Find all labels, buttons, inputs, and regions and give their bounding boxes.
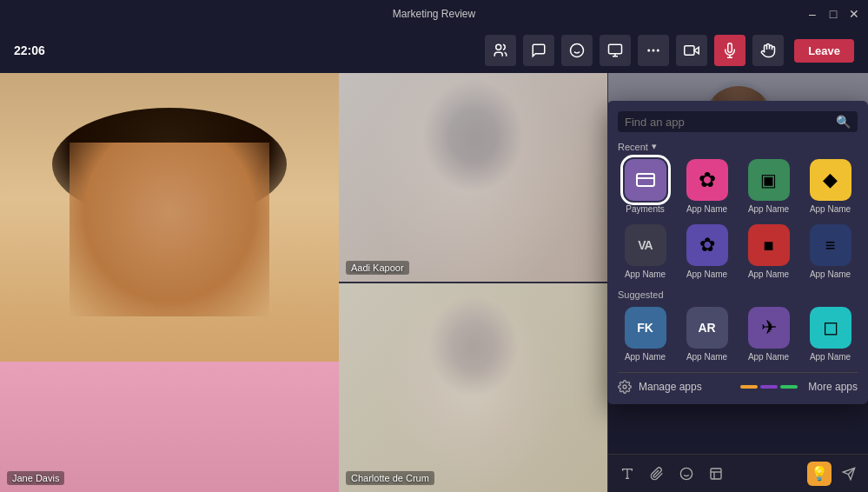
emoji-icon bbox=[679, 467, 693, 481]
app-item-paper[interactable]: ✈ App Name bbox=[741, 307, 796, 362]
app-item-row2-3[interactable]: ■ App Name bbox=[741, 224, 796, 279]
manage-apps-row[interactable]: Manage apps More apps bbox=[618, 372, 858, 394]
svg-point-0 bbox=[496, 44, 501, 50]
mic-icon bbox=[722, 43, 738, 58]
app-item-payments[interactable]: Payments bbox=[618, 159, 673, 214]
share-icon-button[interactable] bbox=[600, 35, 631, 66]
chat-bottom-bar: 💡 bbox=[608, 454, 868, 492]
app-emoji-icon[interactable]: 💡 bbox=[807, 462, 832, 486]
share-icon bbox=[607, 43, 623, 58]
manage-apps-label: Manage apps bbox=[639, 381, 702, 393]
app-icon-green: ▣ bbox=[748, 159, 790, 201]
jane-video-feed bbox=[0, 73, 339, 492]
search-icon: 🔍 bbox=[836, 115, 851, 129]
suggested-label-text: Suggested bbox=[618, 289, 664, 300]
video-charlotte: Charlotte de Crum bbox=[339, 283, 607, 492]
sticker-button[interactable] bbox=[704, 462, 728, 486]
app-icon-blue-purple: ✿ bbox=[686, 224, 728, 266]
format-text-button[interactable] bbox=[615, 462, 639, 486]
close-button[interactable]: ✕ bbox=[847, 7, 861, 21]
app-picker-panel: 🔍 Recent ▾ Payments ✿ bbox=[607, 101, 868, 404]
raise-hand-button[interactable] bbox=[752, 35, 784, 66]
recent-section-label: Recent ▾ bbox=[618, 141, 858, 152]
bar-orange bbox=[740, 385, 758, 389]
app-item-recent-4[interactable]: ◆ App Name bbox=[803, 159, 858, 214]
camera-icon bbox=[684, 43, 699, 58]
reactions-icon bbox=[569, 43, 585, 58]
video-aadi: Aadi Kapoor bbox=[339, 73, 607, 282]
app-label-3: App Name bbox=[748, 204, 789, 214]
emoji-button[interactable] bbox=[674, 462, 699, 486]
attach-icon bbox=[650, 467, 664, 481]
more-icon bbox=[646, 43, 661, 58]
title-bar: Marketing Review – □ ✕ bbox=[0, 0, 868, 28]
svg-point-9 bbox=[657, 50, 659, 52]
recent-label-text: Recent bbox=[618, 142, 648, 152]
svg-rect-13 bbox=[637, 174, 654, 186]
app-icon-fk: FK bbox=[625, 307, 666, 349]
suggested-apps-grid: FK App Name AR App Name ✈ App Name ◻ App… bbox=[618, 307, 858, 362]
minimize-button[interactable]: – bbox=[805, 7, 819, 21]
charlotte-video-feed bbox=[339, 283, 607, 492]
app-item-va[interactable]: VA App Name bbox=[618, 224, 673, 279]
app-item-recent-3[interactable]: ▣ App Name bbox=[741, 159, 796, 214]
chat-icon-button[interactable] bbox=[523, 35, 554, 66]
recent-apps-grid: Payments ✿ App Name ▣ App Name ◆ App Nam… bbox=[618, 159, 858, 214]
app-label-cyan: App Name bbox=[810, 352, 851, 362]
app-item-fk[interactable]: FK App Name bbox=[618, 307, 673, 362]
mic-button[interactable] bbox=[714, 35, 745, 66]
window-controls: – □ ✕ bbox=[805, 7, 861, 21]
payments-label: Payments bbox=[626, 204, 664, 214]
app-item-cyan[interactable]: ◻ App Name bbox=[803, 307, 858, 362]
camera-button[interactable] bbox=[676, 35, 707, 66]
svg-point-16 bbox=[680, 468, 692, 479]
app-label-row2-3: App Name bbox=[748, 269, 789, 279]
svg-point-8 bbox=[653, 50, 655, 52]
app-label-2: App Name bbox=[686, 204, 727, 214]
more-apps-label[interactable]: More apps bbox=[808, 381, 858, 393]
time-display: 22:06 bbox=[14, 43, 49, 57]
people-icon-button[interactable] bbox=[485, 35, 516, 66]
raise-hand-icon bbox=[760, 43, 776, 58]
app-icon-paper: ✈ bbox=[748, 307, 790, 349]
app-icon-red: ■ bbox=[748, 224, 790, 266]
chat-icon bbox=[531, 43, 547, 58]
send-button[interactable] bbox=[837, 462, 861, 486]
recent-chevron-icon: ▾ bbox=[652, 141, 657, 152]
reactions-icon-button[interactable] bbox=[561, 35, 593, 66]
toolbar-icons bbox=[485, 35, 784, 66]
app-search-input[interactable] bbox=[625, 116, 836, 129]
payments-svg bbox=[635, 170, 656, 190]
maximize-button[interactable]: □ bbox=[826, 7, 840, 21]
suggested-section-label: Suggested bbox=[618, 289, 858, 300]
app-icon-ar: AR bbox=[686, 307, 728, 349]
app-label-ar: App Name bbox=[686, 352, 727, 362]
app-item-ar[interactable]: AR App Name bbox=[679, 307, 734, 362]
app-item-recent-2[interactable]: ✿ App Name bbox=[679, 159, 734, 214]
jane-face bbox=[70, 143, 269, 316]
call-toolbar: 22:06 bbox=[0, 28, 868, 73]
app-label-row2-2: App Name bbox=[686, 269, 727, 279]
app-icon-cyan: ◻ bbox=[810, 307, 851, 349]
app-label-paper: App Name bbox=[748, 352, 789, 362]
people-icon bbox=[493, 43, 508, 58]
sticker-icon bbox=[709, 467, 723, 481]
payments-icon bbox=[625, 159, 666, 201]
svg-point-1 bbox=[571, 44, 584, 57]
app-icon-yellow: ◆ bbox=[810, 159, 851, 201]
app-label-4: App Name bbox=[810, 204, 851, 214]
svg-rect-10 bbox=[685, 46, 694, 56]
app-search-row: 🔍 bbox=[618, 111, 858, 132]
bar-purple bbox=[760, 385, 778, 389]
more-options-button[interactable] bbox=[638, 35, 669, 66]
app-icon-va: VA bbox=[625, 224, 666, 266]
leave-button[interactable]: Leave bbox=[794, 39, 854, 63]
app-item-row2-4[interactable]: ≡ App Name bbox=[803, 224, 858, 279]
video-grid: Jane Davis Aadi Kapoor Charlotte de Crum bbox=[0, 73, 607, 492]
attach-button[interactable] bbox=[645, 462, 669, 486]
main-content: Jane Davis Aadi Kapoor Charlotte de Crum bbox=[0, 73, 868, 492]
more-apps-indicator bbox=[740, 385, 798, 389]
window-title: Marketing Review bbox=[393, 8, 475, 20]
app-icon-dark-blue: ≡ bbox=[810, 224, 851, 266]
app-item-row2-2[interactable]: ✿ App Name bbox=[679, 224, 734, 279]
